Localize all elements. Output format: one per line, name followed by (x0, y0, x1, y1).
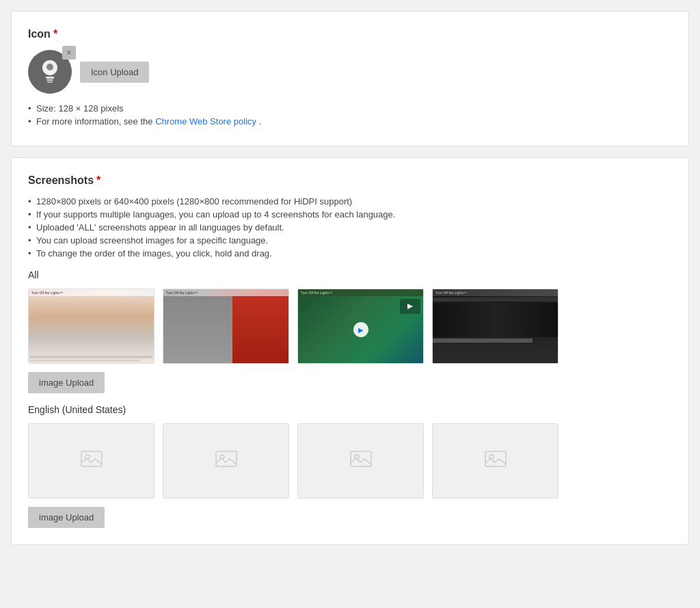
play-button-3: ▶ (353, 322, 368, 337)
thumb-bar-2: Turn Off the Lights™ (163, 289, 288, 296)
en-placeholder-1 (29, 424, 154, 498)
english-screenshots-grid (28, 423, 672, 499)
thumb-content-2: Turn Off the Lights™ (163, 289, 288, 363)
icon-upload-area: × Icon Upload (28, 50, 672, 94)
en-screenshot-2[interactable] (163, 423, 289, 499)
thumb-main-3: ▶ (298, 296, 423, 363)
screenshots-card: Screenshots * 1280×800 pixels or 640×400… (11, 157, 689, 545)
en-placeholder-2 (163, 424, 288, 498)
en-placeholder-3 (298, 424, 423, 498)
en-placeholder-4 (433, 424, 558, 498)
all-screenshot-3[interactable]: Turn Off the Lights™ ▶ (297, 289, 424, 364)
image-placeholder-icon-3 (350, 449, 372, 473)
icon-size-info: Size: 128 × 128 pixels (28, 103, 672, 114)
english-language-label: English (United States) (28, 404, 672, 415)
icon-image (38, 58, 62, 85)
icon-policy-info: For more information, see the Chrome Web… (28, 116, 672, 127)
info-item-1: 1280×800 pixels or 640×400 pixels (1280×… (28, 196, 672, 207)
all-screenshot-2[interactable]: Turn Off the Lights™ (163, 289, 289, 364)
svg-rect-10 (351, 451, 371, 466)
policy-suffix-text: . (259, 116, 262, 127)
icon-card: Icon * × Icon Upload Size: 128 × 128 pix… (11, 11, 689, 146)
screenshots-required-star: * (96, 174, 100, 187)
english-image-upload-button[interactable]: image Upload (28, 507, 105, 528)
screenshots-info-list: 1280×800 pixels or 640×400 pixels (1280×… (28, 196, 672, 259)
svg-rect-12 (485, 451, 506, 466)
info-item-3: Uploaded 'ALL' screenshots appear in all… (28, 222, 672, 233)
svg-point-4 (46, 64, 53, 70)
svg-rect-6 (81, 451, 102, 466)
icon-close-button[interactable]: × (62, 46, 76, 60)
thumb-bar-1: Turn Off the Lights™ (29, 289, 154, 296)
svg-rect-3 (47, 81, 53, 83)
svg-rect-1 (46, 77, 54, 79)
info-item-5: To change the order of the images, you c… (28, 248, 672, 259)
all-image-upload-button[interactable]: image Upload (28, 372, 105, 393)
icon-title-text: Icon (28, 28, 51, 40)
thumb-content-1: Turn Off the Lights™ (29, 289, 154, 363)
screenshots-section-title: Screenshots * (28, 174, 672, 187)
thumb-main-2 (163, 296, 288, 363)
en-screenshot-4[interactable] (432, 423, 558, 499)
all-screenshot-1[interactable]: Turn Off the Lights™ (28, 289, 154, 364)
screenshots-bullets: 1280×800 pixels or 640×400 pixels (1280×… (28, 196, 672, 259)
icon-required-star: * (53, 28, 57, 40)
thumb-bar-4: Turn Off the Lights™ (433, 289, 558, 296)
en-screenshot-3[interactable] (297, 423, 424, 499)
all-screenshots-grid: Turn Off the Lights™ Turn Off the Lights… (28, 289, 672, 364)
all-language-label: All (28, 269, 672, 280)
image-placeholder-icon-2 (215, 449, 237, 473)
policy-link[interactable]: Chrome Web Store policy (155, 116, 256, 127)
image-placeholder-icon-4 (485, 449, 507, 473)
thumb-bar-3: Turn Off the Lights™ (298, 289, 423, 296)
svg-rect-2 (46, 79, 53, 81)
icon-info-list: Size: 128 × 128 pixels For more informat… (28, 103, 672, 127)
thumb-main-4 (433, 298, 558, 363)
thumb-content-3: Turn Off the Lights™ ▶ (298, 289, 423, 363)
en-screenshot-1[interactable] (28, 423, 154, 499)
info-item-2: If your supports multiple languages, you… (28, 209, 672, 220)
policy-prefix-text: For more information, see the (36, 116, 153, 127)
thumb-content-4: Turn Off the Lights™ (433, 289, 558, 363)
svg-rect-8 (216, 451, 237, 466)
icon-section-title: Icon * (28, 28, 672, 40)
icon-upload-button[interactable]: Icon Upload (80, 62, 149, 83)
info-item-4: You can upload screenshot images for a s… (28, 235, 672, 246)
all-screenshot-4[interactable]: Turn Off the Lights™ (432, 289, 558, 364)
svg-rect-5 (49, 72, 51, 75)
image-placeholder-icon-1 (81, 449, 103, 473)
screenshots-title-text: Screenshots (28, 174, 94, 187)
thumb-main-1 (29, 296, 154, 363)
icon-preview-wrapper: × (28, 50, 72, 94)
